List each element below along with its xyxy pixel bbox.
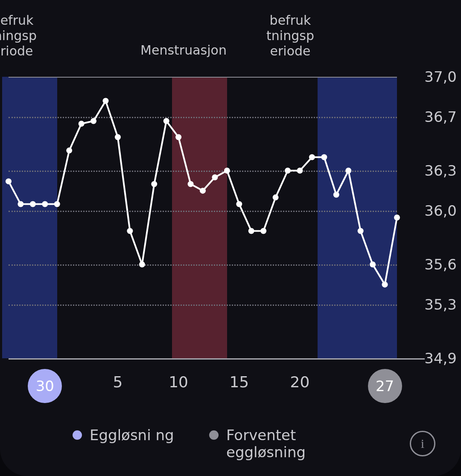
- svg-point-31: [382, 282, 388, 287]
- svg-point-5: [66, 148, 72, 154]
- svg-point-2: [30, 201, 36, 207]
- svg-point-18: [224, 168, 230, 174]
- y-tick-label: 35,6: [410, 256, 457, 273]
- expected-ovulation-day-badge[interactable]: 27: [368, 369, 402, 403]
- y-tick-label: 36,3: [410, 162, 457, 179]
- x-axis: 51015203027: [9, 371, 397, 422]
- x-tick-label: 5: [113, 373, 123, 391]
- svg-point-13: [163, 118, 169, 124]
- x-tick-label: 15: [229, 373, 249, 391]
- phase-label-fertile-left: befruk tningsp eriode: [0, 13, 47, 59]
- svg-point-26: [321, 154, 327, 160]
- svg-point-17: [212, 174, 218, 180]
- phase-label-fertile-right: befruk tningsp eriode: [256, 13, 324, 59]
- x-tick-label: 10: [169, 373, 188, 391]
- y-tick-label: 37,0: [410, 68, 457, 85]
- svg-point-28: [345, 168, 351, 174]
- svg-point-21: [260, 228, 266, 234]
- svg-point-19: [236, 201, 242, 207]
- svg-point-24: [297, 168, 303, 174]
- svg-point-14: [175, 134, 181, 140]
- legend-label: Eggløsni ng: [90, 427, 174, 444]
- y-tick-label: 36,0: [410, 202, 457, 219]
- ovulation-dot-icon: [73, 430, 82, 440]
- svg-point-9: [115, 134, 121, 140]
- svg-point-29: [358, 228, 364, 234]
- svg-point-11: [139, 261, 145, 267]
- svg-point-30: [370, 261, 376, 267]
- svg-point-12: [151, 181, 157, 187]
- svg-point-20: [248, 228, 254, 234]
- legend-item-ovulation: Eggløsni ng: [73, 427, 184, 444]
- svg-point-4: [54, 201, 60, 207]
- legend-item-expected-ovulation: Forventet eggløsning: [209, 427, 320, 461]
- phase-label-menstruation: Menstruasjon: [128, 43, 239, 58]
- svg-point-23: [285, 168, 291, 174]
- svg-point-32: [394, 215, 400, 221]
- svg-point-0: [6, 178, 12, 184]
- x-axis-line: [9, 358, 425, 360]
- y-tick-label: 35,3: [410, 296, 457, 313]
- chart-plot[interactable]: [9, 77, 397, 358]
- svg-point-25: [309, 154, 315, 160]
- svg-point-7: [90, 118, 96, 124]
- svg-point-16: [200, 188, 206, 194]
- expected-ovulation-dot-icon: [209, 430, 219, 440]
- svg-point-15: [188, 181, 194, 187]
- legend-label: Forventet eggløsning: [226, 427, 320, 461]
- x-tick-label: 20: [290, 373, 310, 391]
- svg-point-10: [127, 228, 133, 234]
- temperature-line: [9, 77, 397, 358]
- chart-card: befruk tningsp eriode Menstruasjon befru…: [0, 0, 461, 476]
- legend: Eggløsni ng Forventet eggløsning: [73, 427, 320, 461]
- svg-point-3: [42, 201, 48, 207]
- svg-point-6: [79, 121, 85, 127]
- svg-point-27: [333, 192, 339, 198]
- info-icon[interactable]: i: [410, 431, 435, 456]
- ovulation-day-badge[interactable]: 30: [28, 369, 62, 403]
- y-tick-label: 36,7: [410, 108, 457, 125]
- svg-point-22: [273, 194, 279, 200]
- svg-point-8: [103, 98, 109, 104]
- y-tick-label: 34,9: [410, 350, 457, 367]
- svg-point-1: [18, 201, 23, 207]
